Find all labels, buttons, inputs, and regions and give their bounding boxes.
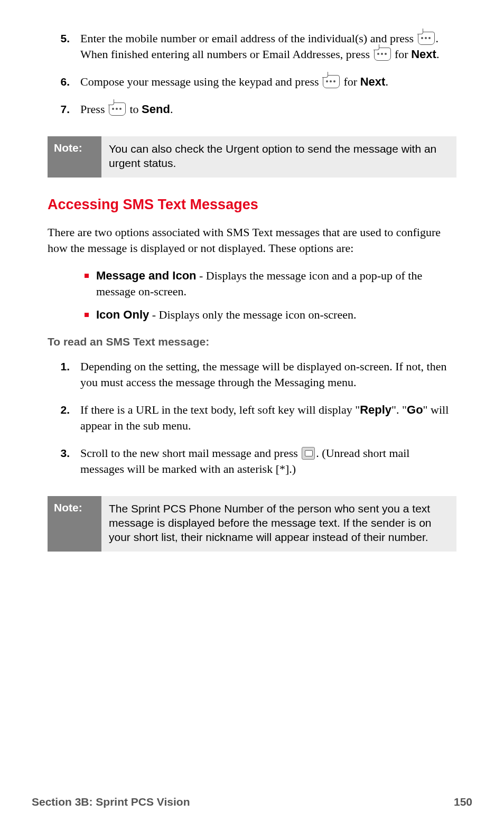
step-number: 6. bbox=[48, 74, 80, 90]
step-item: 5.Enter the mobile number or email addre… bbox=[48, 31, 456, 62]
key-icon bbox=[418, 32, 435, 45]
bullet-item: Icon Only - Displays only the message ic… bbox=[96, 307, 456, 323]
key-icon bbox=[323, 75, 340, 88]
step-number: 7. bbox=[48, 101, 80, 117]
step-body: If there is a URL in the text body, left… bbox=[80, 402, 456, 434]
note-box-urgent: Note: You can also check the Urgent opti… bbox=[48, 136, 456, 178]
step-body: Press to Send. bbox=[80, 101, 456, 117]
note-label: Note: bbox=[48, 136, 101, 178]
step-item: 7.Press to Send. bbox=[48, 101, 456, 117]
manual-page: 5.Enter the mobile number or email addre… bbox=[0, 0, 504, 840]
step-item: 6.Compose your message using the keypad … bbox=[48, 74, 456, 90]
step-item: 3.Scroll to the new short mail message a… bbox=[48, 445, 456, 477]
step-item: 2.If there is a URL in the text body, le… bbox=[48, 402, 456, 434]
note-label: Note: bbox=[48, 496, 101, 552]
steps-list-a: 5.Enter the mobile number or email addre… bbox=[48, 31, 456, 117]
intro-paragraph: There are two options associated with SM… bbox=[48, 225, 456, 256]
key-icon bbox=[109, 102, 126, 116]
step-number: 1. bbox=[48, 359, 80, 375]
step-number: 5. bbox=[48, 31, 80, 46]
step-body: Scroll to the new short mail message and… bbox=[80, 445, 456, 477]
step-number: 2. bbox=[48, 402, 80, 418]
footer-page: 150 bbox=[454, 796, 472, 808]
note-text: The Sprint PCS Phone Number of the perso… bbox=[101, 496, 456, 552]
bullet-item: Message and Icon - Displays the message … bbox=[96, 268, 456, 300]
options-bullets: Message and Icon - Displays the message … bbox=[48, 268, 456, 323]
step-item: 1.Depending on the setting, the message … bbox=[48, 359, 456, 390]
note-box-sender: Note: The Sprint PCS Phone Number of the… bbox=[48, 496, 456, 552]
keySq-icon bbox=[302, 447, 315, 460]
steps-list-b: 1.Depending on the setting, the message … bbox=[48, 359, 456, 477]
step-body: Enter the mobile number or email address… bbox=[80, 31, 456, 62]
step-number: 3. bbox=[48, 445, 80, 461]
page-footer: Section 3B: Sprint PCS Vision 150 bbox=[32, 796, 472, 808]
key-icon bbox=[374, 48, 391, 61]
section-heading: Accessing SMS Text Messages bbox=[48, 197, 456, 213]
sub-heading: To read an SMS Text message: bbox=[48, 335, 456, 348]
step-body: Depending on the setting, the message wi… bbox=[80, 359, 456, 390]
note-text: You can also check the Urgent option to … bbox=[101, 136, 456, 178]
step-body: Compose your message using the keypad an… bbox=[80, 74, 456, 90]
footer-section: Section 3B: Sprint PCS Vision bbox=[32, 796, 190, 808]
